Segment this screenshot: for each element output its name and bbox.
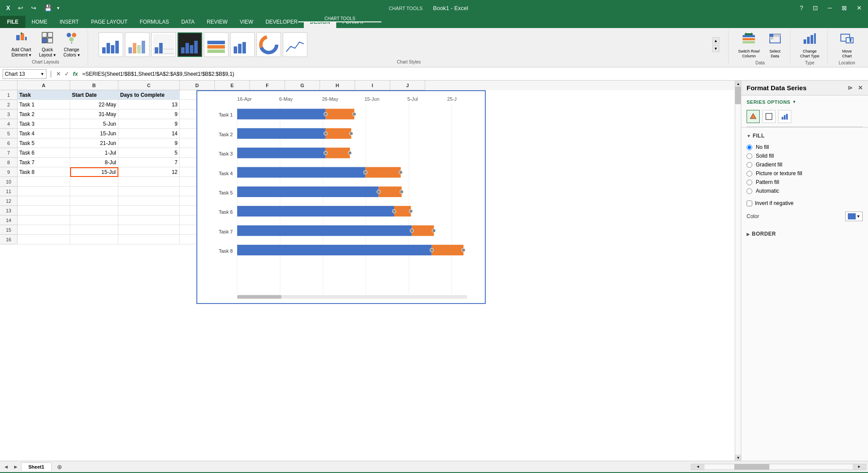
tab-page-layout[interactable]: PAGE LAYOUT — [85, 16, 134, 28]
add-sheet-btn[interactable]: ⊕ — [53, 462, 67, 471]
col-header-c[interactable]: C — [118, 81, 180, 90]
chart-style-1[interactable] — [99, 32, 123, 57]
quick-layout-btn[interactable]: QuickLayout ▾ — [36, 30, 58, 60]
shape-icon-btn[interactable] — [762, 110, 776, 123]
tab-review[interactable]: REVIEW — [201, 16, 234, 28]
scroll-right-btn[interactable]: ► — [853, 464, 866, 469]
chart-style-3[interactable] — [151, 32, 176, 57]
panel-close-btn[interactable]: ✕ — [858, 85, 863, 91]
invert-negative-checkbox[interactable] — [747, 201, 752, 206]
cell-a4[interactable]: Task 3 — [18, 119, 70, 129]
cell-b3[interactable]: 31-May — [70, 109, 118, 119]
quick-access-undo[interactable]: ↩ — [15, 4, 26, 12]
ribbon-collapse-btn[interactable]: ⊡ — [810, 4, 821, 12]
horizontal-scrollbar[interactable]: ◄ ► — [691, 464, 866, 470]
cell-b9[interactable]: 15-Jul — [70, 167, 118, 177]
tab-home[interactable]: HOME — [25, 16, 53, 28]
cell-b2[interactable]: 22-May — [70, 100, 118, 109]
name-box-dropdown[interactable]: ▼ — [40, 72, 44, 76]
cell-a1[interactable]: Task — [18, 90, 70, 100]
automatic-fill-radio[interactable] — [747, 188, 752, 194]
cell-c8[interactable]: 7 — [118, 158, 180, 167]
chart-icon-btn[interactable] — [778, 110, 791, 123]
solid-fill-radio[interactable] — [747, 153, 752, 159]
cell-c9[interactable]: 12 — [118, 167, 180, 177]
cell-c6[interactable]: 9 — [118, 138, 180, 148]
sheet-tab-sheet1[interactable]: Sheet1 — [21, 462, 52, 471]
cell-b5[interactable]: 15-Jun — [70, 129, 118, 138]
scroll-sheets-right[interactable]: ► — [11, 464, 20, 470]
cell-b6[interactable]: 21-Jun — [70, 138, 118, 148]
col-header-h[interactable]: H — [320, 81, 355, 90]
col-header-i[interactable]: I — [355, 81, 390, 90]
cell-a3[interactable]: Task 2 — [18, 109, 70, 119]
fill-color-picker-btn[interactable]: ▼ — [845, 212, 863, 221]
cell-a2[interactable]: Task 1 — [18, 100, 70, 109]
cell-c1[interactable]: Days to Complete — [118, 90, 180, 100]
h-scroll-thumb[interactable] — [734, 464, 769, 469]
scroll-left-btn[interactable]: ◄ — [691, 464, 704, 469]
cell-c5[interactable]: 14 — [118, 129, 180, 138]
chart-container[interactable]: 16-Apr 6-May 26-May 15-Jun 5-Jul 25-J — [196, 90, 486, 304]
cell-c4[interactable]: 9 — [118, 119, 180, 129]
tab-developer[interactable]: DEVELOPER — [260, 16, 304, 28]
chart-style-scroll-down[interactable]: ▼ — [712, 45, 719, 52]
cell-b1[interactable]: Start Date — [70, 90, 118, 100]
cell-a7[interactable]: Task 6 — [18, 148, 70, 158]
border-section-header[interactable]: ▶ BORDER — [747, 229, 863, 239]
col-header-d[interactable]: D — [180, 81, 215, 90]
col-header-e[interactable]: E — [215, 81, 250, 90]
col-header-j[interactable]: J — [390, 81, 425, 90]
cell-a6[interactable]: Task 5 — [18, 138, 70, 148]
chart-style-7[interactable] — [256, 32, 281, 57]
formula-input[interactable] — [81, 69, 865, 79]
fill-line-icon-btn[interactable] — [747, 110, 760, 123]
fill-option-pattern[interactable]: Pattern fill — [747, 179, 863, 185]
tab-formulas[interactable]: FORMULAS — [134, 16, 175, 28]
formula-fx-btn[interactable]: fx — [72, 70, 79, 78]
tab-data[interactable]: DATA — [175, 16, 200, 28]
formula-cancel-btn[interactable]: ✕ — [55, 70, 62, 78]
tab-view[interactable]: VIEW — [234, 16, 260, 28]
gradient-fill-radio[interactable] — [747, 162, 752, 168]
panel-pin-btn[interactable]: ⊳ — [848, 85, 853, 91]
add-chart-element-btn[interactable]: Add ChartElement ▾ — [9, 30, 34, 60]
chart-style-5[interactable] — [204, 32, 228, 57]
pattern-fill-radio[interactable] — [747, 180, 752, 185]
fill-option-automatic[interactable]: Automatic — [747, 188, 863, 194]
fill-option-no-fill[interactable]: No fill — [747, 144, 863, 150]
tab-insert[interactable]: INSERT — [53, 16, 85, 28]
name-box[interactable]: Chart 13 ▼ — [3, 69, 46, 79]
quick-access-redo[interactable]: ↪ — [28, 4, 39, 12]
chart-style-6[interactable] — [230, 32, 255, 57]
move-chart-btn[interactable]: MoveChart — [837, 30, 857, 60]
col-header-b[interactable]: B — [70, 81, 118, 90]
invert-if-negative-row[interactable]: Invert if negative — [747, 200, 863, 206]
picture-fill-radio[interactable] — [747, 171, 752, 176]
quick-access-save[interactable]: 💾 — [42, 4, 54, 12]
cell-b7[interactable]: 1-Jul — [70, 148, 118, 158]
no-fill-radio[interactable] — [747, 145, 752, 150]
chart-style-4[interactable] — [178, 32, 202, 57]
maximize-btn[interactable]: ⊠ — [839, 4, 850, 12]
change-chart-type-btn[interactable]: ChangeChart Type — [797, 30, 822, 60]
fill-option-solid[interactable]: Solid fill — [747, 153, 863, 159]
cell-a9[interactable]: Task 8 — [18, 167, 70, 177]
switch-row-column-btn[interactable]: Switch Row/Column — [736, 30, 763, 60]
select-data-btn[interactable]: SelectData — [765, 30, 785, 60]
cell-b4[interactable]: 5-Jun — [70, 119, 118, 129]
fill-section-header[interactable]: ▼ FILL — [747, 131, 863, 141]
col-header-a[interactable]: A — [18, 81, 70, 90]
series-options-tab[interactable]: SERIES OPTIONS — [747, 99, 790, 105]
col-header-f[interactable]: F — [250, 81, 285, 90]
scroll-sheets-left[interactable]: ◄ — [2, 464, 11, 470]
close-btn[interactable]: ✕ — [854, 4, 864, 12]
cell-a5[interactable]: Task 4 — [18, 129, 70, 138]
fill-option-gradient[interactable]: Gradient fill — [747, 162, 863, 168]
chart-style-scroll-up[interactable]: ▲ — [712, 37, 719, 44]
minimize-btn[interactable]: ─ — [825, 4, 835, 12]
chart-style-2[interactable] — [125, 32, 149, 57]
cell-c3[interactable]: 9 — [118, 109, 180, 119]
fill-option-picture[interactable]: Picture or texture fill — [747, 170, 863, 176]
cell-b8[interactable]: 8-Jul — [70, 158, 118, 167]
